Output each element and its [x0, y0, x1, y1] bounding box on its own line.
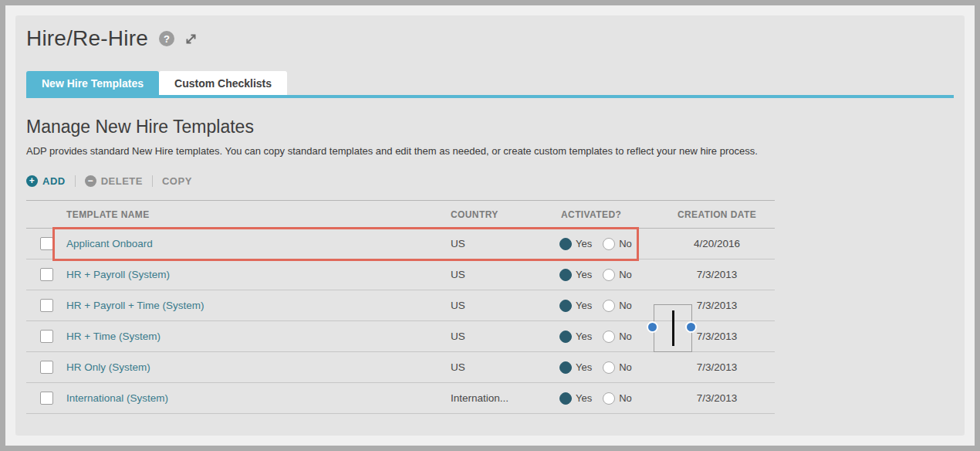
creation-date-value: 4/20/2016 [659, 238, 775, 249]
radio-no[interactable]: No [603, 300, 632, 312]
creation-date-value: 7/3/2013 [659, 269, 775, 280]
radio-no[interactable]: No [603, 331, 632, 343]
radio-no-label: No [619, 331, 632, 342]
radio-yes-label: Yes [576, 361, 592, 373]
radio-yes-circle [559, 238, 572, 250]
radio-yes[interactable]: Yes [559, 392, 592, 405]
table-header-row: TEMPLATE NAME COUNTRY ACTIVATED? CREATIO… [26, 200, 775, 229]
radio-yes-label: Yes [576, 392, 592, 404]
checkbox-cell [26, 299, 66, 312]
radio-yes-circle [559, 331, 572, 343]
radio-no[interactable]: No [603, 269, 632, 281]
radio-no-circle [603, 300, 615, 312]
header-country: COUNTRY [451, 209, 546, 220]
radio-no-label: No [619, 392, 632, 404]
toolbar-separator [152, 175, 153, 187]
expand-icon[interactable] [184, 32, 198, 46]
add-button-label: ADD [42, 175, 66, 187]
radio-no-circle [603, 269, 615, 281]
activated-cell: Yes No [546, 392, 659, 405]
template-name-link[interactable]: HR + Time (System) [66, 331, 161, 342]
header-template-name: TEMPLATE NAME [66, 209, 451, 220]
radio-no-label: No [619, 300, 632, 311]
radio-no-label: No [619, 238, 632, 249]
table-row: HR + Payroll + Time (System) US Yes No 7… [26, 290, 775, 321]
add-icon: + [26, 175, 38, 187]
header-creation-date: CREATION DATE [659, 209, 775, 220]
creation-date-value: 7/3/2013 [659, 300, 775, 311]
radio-yes[interactable]: Yes [559, 361, 592, 374]
delete-button-label: DELETE [101, 175, 143, 187]
radio-yes-circle [559, 300, 572, 312]
checkbox-cell [26, 330, 66, 343]
radio-no[interactable]: No [603, 392, 632, 405]
name-cell: HR + Payroll (System) [66, 269, 451, 280]
country-value: US [451, 331, 546, 342]
section-description: ADP provides standard New Hire templates… [26, 145, 954, 157]
radio-no-label: No [619, 361, 632, 373]
radio-no-circle [603, 392, 615, 405]
name-cell: Applicant Onboard [66, 238, 451, 249]
radio-yes-label: Yes [576, 331, 592, 342]
activated-cell: Yes No [546, 361, 659, 374]
checkbox-cell [26, 237, 66, 250]
radio-yes[interactable]: Yes [559, 300, 592, 312]
copy-button[interactable]: COPY [162, 175, 192, 187]
table-row: HR Only (System) US Yes No 7/3/2013 [26, 352, 775, 383]
template-name-link[interactable]: Applicant Onboard [66, 238, 153, 249]
country-value: US [451, 238, 546, 249]
row-checkbox[interactable] [40, 330, 53, 343]
title-row: Hire/Re-Hire ? [26, 22, 954, 56]
copy-button-label: COPY [162, 175, 192, 187]
radio-no[interactable]: No [603, 361, 632, 374]
template-name-link[interactable]: HR + Payroll (System) [66, 269, 170, 280]
help-icon[interactable]: ? [159, 31, 174, 46]
name-cell: HR Only (System) [66, 361, 451, 373]
name-cell: HR + Time (System) [66, 331, 451, 342]
radio-yes[interactable]: Yes [559, 238, 592, 250]
radio-no[interactable]: No [603, 238, 632, 250]
radio-yes[interactable]: Yes [559, 269, 592, 281]
name-cell: International (System) [66, 392, 451, 404]
table-row: Applicant Onboard US Yes No 4/20/2016 [26, 229, 775, 259]
radio-yes-label: Yes [576, 300, 592, 311]
radio-yes-circle [559, 361, 572, 374]
tab-bar: New Hire Templates Custom Checklists [26, 71, 954, 95]
toolbar-separator [75, 175, 76, 187]
row-checkbox[interactable] [40, 268, 53, 281]
row-checkbox[interactable] [40, 392, 53, 405]
radio-no-circle [603, 238, 615, 250]
activated-cell: Yes No [546, 269, 659, 281]
radio-yes-circle [559, 392, 572, 405]
tab-new-hire-templates[interactable]: New Hire Templates [26, 71, 159, 95]
template-name-link[interactable]: HR + Payroll + Time (System) [66, 300, 204, 311]
activated-cell: Yes No [546, 238, 659, 250]
tab-custom-checklists[interactable]: Custom Checklists [159, 71, 287, 95]
radio-no-circle [603, 361, 615, 374]
radio-no-circle [603, 331, 615, 343]
template-name-link[interactable]: HR Only (System) [66, 361, 150, 373]
template-name-link[interactable]: International (System) [66, 392, 168, 404]
templates-table: TEMPLATE NAME COUNTRY ACTIVATED? CREATIO… [26, 200, 775, 414]
country-value: US [451, 361, 546, 373]
radio-yes[interactable]: Yes [559, 331, 592, 343]
hire-rehire-panel: Hire/Re-Hire ? New Hire Templates Custom… [15, 15, 965, 436]
section-heading: Manage New Hire Templates [26, 117, 954, 137]
activated-cell: Yes No [546, 300, 659, 312]
radio-yes-label: Yes [576, 269, 592, 280]
checkbox-cell [26, 392, 66, 405]
name-cell: HR + Payroll + Time (System) [66, 300, 451, 311]
creation-date-value: 7/3/2013 [659, 331, 775, 342]
table-row: HR + Payroll (System) US Yes No 7/3/2013 [26, 259, 775, 290]
checkbox-cell [26, 268, 66, 281]
add-button[interactable]: + ADD [26, 175, 66, 187]
delete-button[interactable]: − DELETE [85, 175, 143, 187]
row-checkbox[interactable] [40, 237, 53, 250]
table-body: Applicant Onboard US Yes No 4/20/2016 HR… [26, 229, 775, 414]
country-value: Internation... [451, 392, 546, 404]
row-checkbox[interactable] [40, 299, 53, 312]
page-title: Hire/Re-Hire [26, 26, 148, 51]
header-activated: ACTIVATED? [546, 209, 659, 220]
radio-no-label: No [619, 269, 632, 280]
row-checkbox[interactable] [40, 361, 53, 374]
